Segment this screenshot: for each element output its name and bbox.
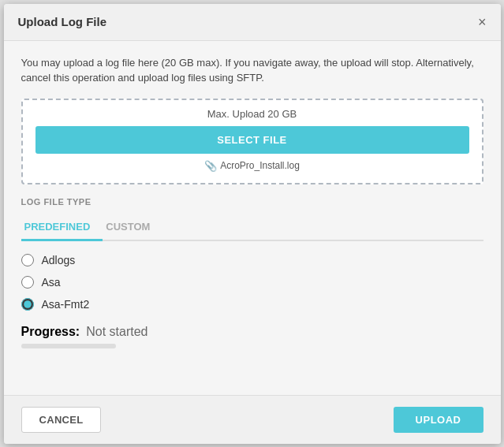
radio-item-asa[interactable]: Asa [21,276,483,289]
radio-label-asa-fmt2: Asa-Fmt2 [42,298,90,311]
tab-custom[interactable]: CUSTOM [103,214,162,241]
upload-log-file-modal: Upload Log File × You may upload a log f… [4,4,501,444]
log-file-type-label: LOG FILE TYPE [21,197,483,207]
paperclip-icon: 📎 [204,160,217,172]
radio-item-adlogs[interactable]: Adlogs [21,254,483,266]
modal-body: You may upload a log file here (20 GB ma… [4,41,501,395]
progress-label: Progress: [21,325,80,339]
upload-button[interactable]: UPLOAD [394,407,483,433]
log-file-type-tabs: PREDEFINED CUSTOM [21,214,483,241]
modal-title: Upload Log File [18,15,107,28]
select-file-button[interactable]: SELECT FILE [35,126,469,154]
close-button[interactable]: × [478,15,487,29]
radio-label-adlogs: Adlogs [42,254,76,266]
radio-asa[interactable] [21,276,34,289]
progress-inline: Progress: Not started [21,325,483,339]
cancel-button[interactable]: CANCEL [21,407,102,433]
modal-footer: CANCEL UPLOAD [4,395,501,444]
upload-area: Max. Upload 20 GB SELECT FILE 📎 AcroPro_… [21,99,483,184]
description-text: You may upload a log file here (20 GB ma… [21,55,483,86]
radio-adlogs[interactable] [21,254,34,266]
max-upload-label: Max. Upload 20 GB [35,108,469,120]
radio-asa-fmt2[interactable] [21,298,34,311]
radio-label-asa: Asa [42,276,61,289]
progress-section: Progress: Not started [21,325,483,348]
progress-bar-container [21,344,116,348]
progress-status: Not started [86,325,147,339]
selected-file-display: 📎 AcroPro_Install.log [35,160,469,172]
modal-header: Upload Log File × [4,4,501,41]
radio-item-asa-fmt2[interactable]: Asa-Fmt2 [21,298,483,311]
selected-file-name: AcroPro_Install.log [220,160,300,171]
tab-predefined[interactable]: PREDEFINED [21,214,103,241]
radio-group: Adlogs Asa Asa-Fmt2 [21,254,483,311]
